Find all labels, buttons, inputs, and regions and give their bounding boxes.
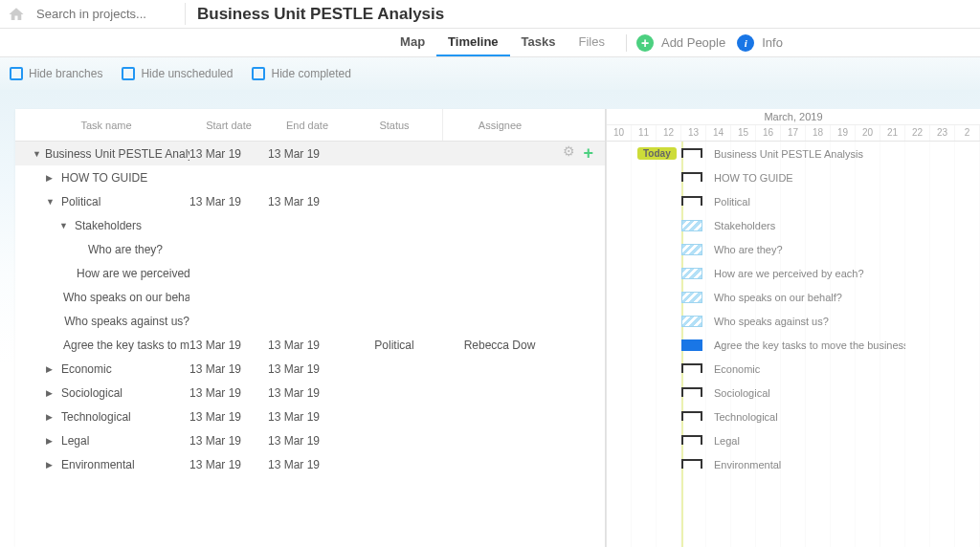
caret-icon[interactable]: ▶ — [46, 436, 57, 446]
gantt-bar-label: Business Unit PESTLE Analysis — [714, 148, 863, 160]
task-header: Task name Start date End date Status Ass… — [15, 109, 605, 142]
table-row[interactable]: Who are they? — [15, 237, 605, 261]
table-row[interactable]: ▶Technological13 Mar 1913 Mar 19 — [15, 405, 605, 428]
col-assignee: Assignee — [442, 109, 557, 141]
gantt-row[interactable]: Technological — [607, 405, 980, 428]
divider — [626, 34, 627, 52]
gantt-bar-label: Legal — [714, 435, 740, 447]
task-name: Environmental — [61, 458, 135, 471]
checkbox-hide-branches[interactable]: Hide branches — [10, 67, 102, 80]
label: Hide completed — [271, 67, 350, 80]
gantt-bar[interactable] — [681, 148, 702, 160]
caret-icon[interactable]: ▶ — [46, 412, 57, 422]
day-header: 23 — [930, 125, 955, 141]
cell-start: 13 Mar 19 — [189, 147, 268, 161]
cell-start: 13 Mar 19 — [189, 386, 268, 400]
gantt-row[interactable]: Political — [607, 189, 980, 213]
checkbox-hide-unscheduled[interactable]: Hide unscheduled — [122, 67, 233, 80]
home-icon[interactable] — [8, 6, 25, 23]
gantt-row[interactable]: Who speaks on our behalf? — [607, 285, 980, 309]
gantt-bar[interactable] — [681, 387, 702, 399]
day-header: 15 — [731, 125, 756, 141]
gantt-body[interactable]: Today Business Unit PESTLE AnalysisHOW T… — [607, 142, 980, 547]
task-name: Who speaks against us? — [64, 315, 189, 328]
gantt-bar[interactable] — [681, 172, 702, 184]
tabs-bar: Map Timeline Tasks Files + Add People i … — [0, 29, 980, 57]
gear-icon[interactable]: ⚙ — [563, 143, 575, 164]
caret-icon[interactable]: ▼ — [59, 221, 71, 230]
caret-icon[interactable]: ▶ — [46, 388, 57, 398]
gantt-bar-label: Political — [714, 196, 750, 208]
table-row[interactable]: ▶Economic13 Mar 1913 Mar 19 — [15, 357, 605, 381]
gantt-bar[interactable] — [681, 196, 702, 208]
gantt-row[interactable]: Legal — [607, 428, 980, 452]
gantt-bar[interactable] — [681, 220, 702, 231]
gantt-bar[interactable] — [681, 244, 702, 255]
table-row[interactable]: ▶Legal13 Mar 1913 Mar 19 — [15, 428, 605, 452]
gantt-row[interactable]: Environmental — [607, 452, 980, 476]
day-header: 19 — [831, 125, 856, 141]
cell-end: 13 Mar 19 — [268, 339, 346, 352]
table-row[interactable]: Agree the key tasks to mo13 Mar 1913 Mar… — [15, 333, 605, 357]
cell-start: 13 Mar 19 — [189, 362, 268, 376]
task-name: Political — [61, 195, 100, 208]
table-row[interactable]: Who speaks against us? — [15, 309, 605, 333]
table-row[interactable]: ▶Environmental13 Mar 1913 Mar 19 — [15, 452, 605, 476]
gantt-row[interactable]: Who are they? — [607, 237, 980, 261]
task-name: Sociological — [61, 386, 122, 400]
table-row[interactable]: ▶Sociological13 Mar 1913 Mar 19 — [15, 381, 605, 405]
gantt-bar[interactable] — [681, 268, 702, 279]
gantt-row[interactable]: Economic — [607, 357, 980, 381]
checkbox-icon — [122, 67, 135, 80]
task-name: Who are they? — [88, 243, 163, 256]
gantt-bar[interactable] — [681, 363, 702, 375]
project-title: Business Unit PESTLE Analysis — [197, 5, 444, 24]
table-row[interactable]: ▼Business Unit PESTLE Analysis13 Mar 191… — [15, 142, 605, 165]
gantt-bar-label: Environmental — [714, 459, 781, 470]
caret-icon[interactable]: ▶ — [46, 364, 57, 374]
caret-icon[interactable]: ▼ — [46, 197, 57, 207]
task-name: How are we perceived l — [77, 267, 189, 280]
task-rows: ▼Business Unit PESTLE Analysis13 Mar 191… — [15, 142, 605, 547]
cell-end: 13 Mar 19 — [268, 147, 346, 161]
tab-files[interactable]: Files — [568, 29, 616, 56]
info-button[interactable]: i Info — [725, 34, 783, 52]
caret-icon[interactable]: ▶ — [46, 173, 57, 183]
gantt-row[interactable]: Sociological — [607, 381, 980, 405]
table-row[interactable]: ▼Political13 Mar 1913 Mar 19 — [15, 189, 605, 213]
tab-tasks[interactable]: Tasks — [510, 29, 568, 56]
day-header: 22 — [905, 125, 930, 141]
gantt-bar[interactable] — [681, 411, 702, 423]
gantt-bar[interactable] — [681, 316, 702, 327]
tab-timeline[interactable]: Timeline — [436, 29, 510, 56]
gantt-row[interactable]: How are we perceived by each? — [607, 261, 980, 285]
day-header: 10 — [607, 125, 632, 141]
plus-icon[interactable]: + — [583, 143, 593, 164]
day-header: 18 — [806, 125, 831, 141]
gantt-row[interactable]: HOW TO GUIDE — [607, 165, 980, 189]
gantt-row[interactable]: Stakeholders — [607, 213, 980, 237]
checkbox-icon — [10, 67, 23, 80]
gantt-row[interactable]: Agree the key tasks to move the business… — [607, 333, 980, 357]
table-row[interactable]: ▶HOW TO GUIDE — [15, 165, 605, 189]
gantt-bar[interactable] — [681, 339, 702, 351]
add-people-label: Add People — [661, 35, 725, 50]
caret-icon[interactable]: ▼ — [33, 149, 41, 159]
gantt-bar[interactable] — [681, 292, 702, 303]
gantt-days: 10111213141516171819202122232 — [607, 125, 980, 141]
table-row[interactable]: How are we perceived l — [15, 261, 605, 285]
gantt-header: March, 2019 1011121314151617181920212223… — [607, 109, 980, 142]
gantt-row[interactable]: Who speaks against us? — [607, 309, 980, 333]
table-row[interactable]: Who speaks on our behal — [15, 285, 605, 309]
gantt-bar[interactable] — [681, 459, 702, 470]
gantt-row[interactable]: Business Unit PESTLE Analysis — [607, 142, 980, 165]
table-row[interactable]: ▼Stakeholders — [15, 213, 605, 237]
gantt-bar[interactable] — [681, 435, 702, 447]
search-input[interactable] — [33, 3, 186, 25]
gantt-bar-label: Who are they? — [714, 244, 783, 255]
tab-map[interactable]: Map — [389, 29, 436, 56]
add-people-button[interactable]: + Add People — [636, 34, 725, 52]
checkbox-hide-completed[interactable]: Hide completed — [252, 67, 350, 80]
caret-icon[interactable]: ▶ — [46, 460, 57, 470]
day-header: 13 — [681, 125, 706, 141]
